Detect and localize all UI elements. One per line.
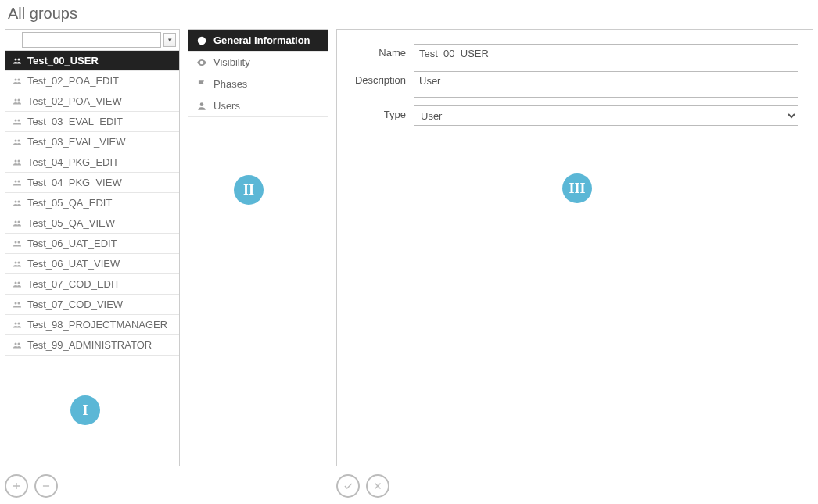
group-item[interactable]: Test_07_COD_EDIT [5,274,179,295]
users-icon [12,97,23,106]
group-item-label: Test_02_POA_EDIT [27,75,119,87]
description-input[interactable]: User [414,71,798,98]
nav-item[interactable]: Users [188,95,328,117]
type-select[interactable]: User [414,105,798,126]
group-item[interactable]: Test_06_UAT_EDIT [5,234,179,254]
group-item-label: Test_99_ADMINISTRATOR [27,339,152,351]
users-icon [12,198,23,208]
group-item[interactable]: Test_00_USER [5,51,179,71]
users-icon [12,239,23,248]
users-icon [12,138,23,147]
users-icon [12,259,23,269]
callout-three: III [562,173,592,203]
page-title: All groups [8,5,813,23]
users-icon [12,320,23,330]
remove-group-button[interactable] [34,474,58,498]
groups-listbox: ▾ Test_00_USERTest_02_POA_EDITTest_02_PO… [5,29,180,466]
group-item[interactable]: Test_05_QA_VIEW [5,213,179,234]
group-item[interactable]: Test_03_EVAL_VIEW [5,132,179,152]
name-label: Name [351,44,414,59]
name-row: Name [351,44,798,63]
users-icon [12,219,23,228]
users-icon [12,77,23,86]
group-item[interactable]: Test_99_ADMINISTRATOR [5,335,179,356]
type-label: Type [351,105,414,120]
nav-item-label: General Information [213,34,310,46]
form-action-bar [336,474,813,498]
groups-action-bar [5,474,180,498]
group-item-label: Test_02_POA_VIEW [27,95,122,107]
group-item-label: Test_04_PKG_VIEW [27,177,122,188]
groups-search-row: ▾ [5,30,179,51]
users-icon [12,341,23,350]
groups-scroll: Test_00_USERTest_02_POA_EDITTest_02_POA_… [5,51,179,466]
group-item-label: Test_04_PKG_EDIT [27,156,119,168]
users-icon [12,280,23,289]
nav-item-label: Visibility [213,56,250,68]
users-icon [12,56,23,66]
description-label: Description [351,71,414,86]
description-row: Description User [351,71,798,98]
form-column: Name Description User Type User III [336,29,813,498]
minus-icon [41,481,52,491]
group-item[interactable]: Test_98_PROJECTMANAGER [5,315,179,335]
group-item[interactable]: Test_02_POA_EDIT [5,71,179,91]
nav-item[interactable]: Phases [188,73,328,95]
group-item[interactable]: Test_04_PKG_VIEW [5,173,179,193]
user-icon [196,101,207,112]
type-row: Type User [351,105,798,126]
group-item-label: Test_06_UAT_EDIT [27,238,117,249]
groups-column: ▾ Test_00_USERTest_02_POA_EDITTest_02_PO… [5,29,180,498]
nav-column: General InformationVisibilityPhasesUsers… [188,29,328,498]
nav-item-label: Phases [213,78,247,90]
main-layout: ▾ Test_00_USERTest_02_POA_EDITTest_02_PO… [5,29,813,498]
users-icon [12,158,23,167]
nav-item[interactable]: Visibility [188,52,328,73]
users-icon [12,117,23,127]
cancel-button[interactable] [366,474,389,498]
group-item-label: Test_05_QA_VIEW [27,217,115,229]
users-icon [12,178,23,188]
group-item-label: Test_00_USER [27,55,99,66]
group-item-label: Test_07_COD_VIEW [27,298,123,310]
name-input[interactable] [414,44,798,63]
close-icon [372,481,383,491]
groups-search-input[interactable] [22,32,161,48]
group-item-label: Test_03_EVAL_EDIT [27,116,123,127]
nav-listbox: General InformationVisibilityPhasesUsers… [188,29,328,466]
group-item[interactable]: Test_03_EVAL_EDIT [5,112,179,132]
users-icon [12,300,23,309]
groups-filter-button[interactable]: ▾ [163,33,176,47]
flag-icon [196,79,207,90]
group-item-label: Test_05_QA_EDIT [27,197,112,209]
group-item-label: Test_03_EVAL_VIEW [27,136,126,148]
group-item-label: Test_98_PROJECTMANAGER [27,319,167,331]
eye-icon [196,57,207,68]
group-item[interactable]: Test_06_UAT_VIEW [5,254,179,274]
general-info-form: Name Description User Type User III [336,29,813,466]
callout-two: II [234,175,264,205]
group-item-label: Test_07_COD_EDIT [27,278,120,290]
group-item[interactable]: Test_04_PKG_EDIT [5,152,179,173]
group-item[interactable]: Test_02_POA_VIEW [5,91,179,112]
nav-item-label: Users [213,100,240,112]
group-item[interactable]: Test_05_QA_EDIT [5,193,179,213]
confirm-button[interactable] [336,474,360,498]
check-icon [343,481,353,491]
plus-icon [11,481,22,491]
add-group-button[interactable] [5,474,28,498]
nav-item[interactable]: General Information [188,30,328,52]
group-item-label: Test_06_UAT_VIEW [27,258,120,270]
group-item[interactable]: Test_07_COD_VIEW [5,295,179,315]
info-icon [196,35,207,46]
filter-icon: ▾ [168,36,172,44]
